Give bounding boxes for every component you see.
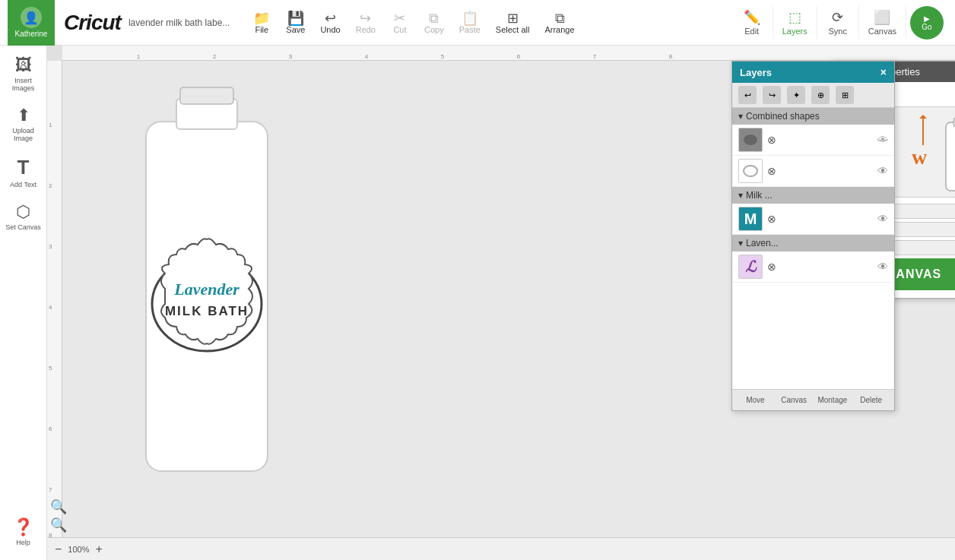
zoom-level: 100% [68,545,89,554]
layers-move-button[interactable]: Move [738,393,773,407]
layer-x-4[interactable]: ⊗ [767,261,776,273]
layer-tool-5[interactable]: ⊞ [836,86,854,104]
ruler-horizontal: 1 2 3 4 5 6 7 8 [62,46,955,61]
toolbar: 📁 File 💾 Save ↩ Undo ↪ Redo ✂ Cut ⧉ Copy… [245,8,582,37]
combined-shapes-group-header[interactable]: ▾ Combined shapes [732,108,894,125]
layer-thumb-1 [738,128,763,152]
redo-icon: ↪ [360,11,371,25]
sidebar-item-set-canvas[interactable]: ⬡ Set Canvas [1,196,46,237]
layer-row-2[interactable]: ⊗ 👁 [732,156,894,187]
layer-thumb-3: M [738,207,763,231]
zoom-minus-button[interactable]: − [55,543,62,556]
layer-tool-3[interactable]: ✦ [787,86,805,104]
upload-image-icon: ⬆ [17,106,30,125]
svg-marker-9 [919,115,927,119]
save-button[interactable]: 💾 Save [278,8,313,37]
help-icon: ❓ [13,517,33,537]
edit-icon: ✏️ [744,9,760,26]
layers-canvas-button[interactable]: Canvas [777,393,811,407]
svg-text:w: w [912,145,928,169]
logo-area: 👤 Katherine [8,0,55,46]
user-name: Katherine [15,30,48,38]
milk-group-header[interactable]: ▾ Milk ... [732,187,894,204]
paste-button[interactable]: 📋 Paste [452,8,488,37]
copy-button[interactable]: ⧉ Copy [417,8,452,37]
arrange-icon: ⧉ [555,11,565,25]
zoom-in-button[interactable]: 🔍 [50,498,67,515]
select-all-icon: ⊞ [507,11,519,25]
go-button[interactable]: ▶ Go [910,6,944,40]
layer-tool-1[interactable]: ↩ [738,86,757,104]
set-canvas-icon: ⬡ [16,202,30,222]
copy-icon: ⧉ [429,11,439,25]
cricut-logo: Cricut [64,11,121,35]
paste-icon: 📋 [462,11,478,25]
layer-thumb-2 [738,159,763,183]
layer-tool-2[interactable]: ↪ [763,86,781,104]
layer-thumb-4: ℒ [738,255,763,279]
zoom-out-button[interactable]: 🔍 [50,517,67,533]
svg-rect-10 [946,122,955,191]
layers-close-button[interactable]: × [880,66,887,78]
canvas-icon: ⬜ [874,9,890,26]
user-icon: 👤 [21,7,42,28]
edit-tool[interactable]: ✏️ Edit [731,6,773,39]
canvas-area[interactable]: 1 2 3 4 5 6 7 8 1 2 3 4 5 6 7 8 [47,46,955,560]
file-icon: 📁 [253,11,270,25]
cut-button[interactable]: ✂ Cut [383,8,417,37]
right-tools: ✏️ Edit ⬚ Layers ⟳ Sync ⬜ Canvas ▶ Go [731,6,947,40]
svg-text:MILK BATH: MILK BATH [165,304,249,318]
zoom-plus-button[interactable]: + [95,543,102,556]
svg-text:Lavender: Lavender [173,280,240,299]
sync-tool[interactable]: ⟳ Sync [817,6,859,39]
redo-button[interactable]: ↪ Redo [348,8,383,37]
go-icon: ▶ [924,14,930,23]
layers-tool[interactable]: ⬚ Layers [773,6,817,39]
layers-icon-row: ↩ ↪ ✦ ⊕ ⊞ [732,83,894,108]
layers-panel-title: Layers [740,67,772,78]
layers-icon: ⬚ [788,9,801,26]
insert-images-icon: 🖼 [15,55,32,75]
svg-point-6 [744,134,757,145]
layer-x-1[interactable]: ⊗ [767,134,776,146]
doc-title: lavender milk bath labe... [128,17,230,28]
layer-x-2[interactable]: ⊗ [767,165,776,177]
layers-panel-header: Layers × [732,62,894,83]
layer-row-4[interactable]: ℒ ⊗ 👁 [732,252,894,283]
sidebar-item-add-text[interactable]: T Add Text [1,150,46,195]
select-all-button[interactable]: ⊞ Select all [488,8,538,37]
arrange-button[interactable]: ⧉ Arrange [537,8,582,37]
main: 🖼 Insert Images ⬆ Upload Image T Add Tex… [0,46,955,560]
undo-icon: ↩ [325,11,336,25]
sidebar-item-insert-images[interactable]: 🖼 Insert Images [1,49,46,98]
layer-eye-4[interactable]: 👁 [877,261,888,273]
save-icon: 💾 [287,11,304,25]
cut-icon: ✂ [394,11,405,25]
sidebar-item-help[interactable]: ❓ Help [1,511,46,552]
layers-empty-space [732,283,894,389]
layers-bottom-bar: Move Canvas Montage Delete [732,389,894,410]
layers-delete-button[interactable]: Delete [854,393,888,407]
layer-row-3[interactable]: M ⊗ 👁 [732,204,894,235]
topbar: 👤 Katherine Cricut lavender milk bath la… [0,0,955,46]
layer-x-3[interactable]: ⊗ [767,213,776,225]
left-sidebar: 🖼 Insert Images ⬆ Upload Image T Add Tex… [0,46,47,560]
layer-eye-3[interactable]: 👁 [877,213,888,225]
layer-tool-4[interactable]: ⊕ [811,86,830,104]
text-icon: T [17,156,30,179]
layer-eye-1[interactable]: 👁 [877,134,888,146]
svg-point-7 [744,166,757,176]
layer-row-1[interactable]: ⊗ 👁 [732,125,894,156]
layers-panel: Layers × ↩ ↪ ✦ ⊕ ⊞ ▾ Combined shapes ⊗ [731,61,895,411]
layer-eye-2[interactable]: 👁 [877,165,888,177]
file-button[interactable]: 📁 File [245,8,278,37]
canvas-tool[interactable]: ⬜ Canvas [859,6,906,39]
undo-button[interactable]: ↩ Undo [313,8,347,37]
zoom-bar: − 100% + [47,537,955,560]
sidebar-item-upload-image[interactable]: ⬆ Upload Image [1,100,46,148]
laven-group-header[interactable]: ▾ Laven... [732,235,894,252]
svg-rect-2 [180,87,233,104]
zoom-controls: 🔍 🔍 [50,498,67,533]
ruler-vertical: 1 2 3 4 5 6 7 8 [47,61,62,560]
layers-montage-button[interactable]: Montage [816,393,850,407]
